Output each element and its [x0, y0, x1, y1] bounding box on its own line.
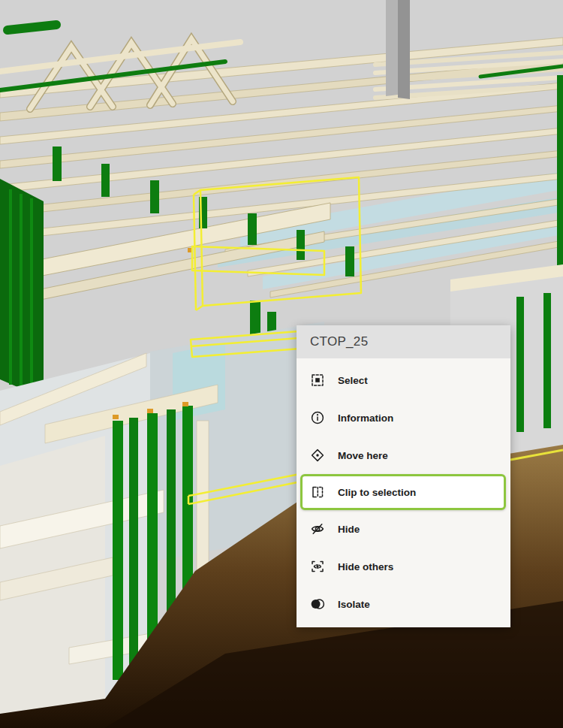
left-green-wall [0, 179, 44, 398]
select-icon [310, 373, 325, 388]
context-menu-title: CTOP_25 [297, 325, 510, 358]
menu-item-hide-others[interactable]: Hide others [297, 548, 510, 585]
move-here-icon [310, 448, 325, 463]
menu-item-move-here[interactable]: Move here [297, 436, 510, 474]
menu-item-label: Hide [338, 524, 360, 535]
menu-item-clip-to-selection[interactable]: Clip to selection [300, 474, 506, 510]
isolate-icon [310, 597, 325, 612]
menu-item-label: Clip to selection [338, 487, 416, 498]
menu-item-label: Move here [338, 450, 388, 461]
hide-others-icon [310, 559, 325, 574]
context-menu-items: Select Information Move here [297, 358, 510, 627]
bim-viewer: CTOP_25 Select Information [0, 0, 563, 728]
menu-item-information[interactable]: Information [297, 399, 510, 436]
clip-icon [310, 485, 325, 500]
menu-item-label: Select [338, 375, 368, 386]
concrete-column [386, 0, 410, 99]
menu-item-hide[interactable]: Hide [297, 510, 510, 548]
context-menu: CTOP_25 Select Information [297, 325, 510, 627]
menu-item-label: Information [338, 412, 393, 424]
menu-item-label: Hide others [338, 561, 393, 572]
hide-icon [310, 521, 325, 536]
menu-item-isolate[interactable]: Isolate [297, 585, 510, 623]
information-icon [310, 410, 325, 425]
menu-item-label: Isolate [338, 599, 370, 610]
menu-item-select[interactable]: Select [297, 361, 510, 399]
